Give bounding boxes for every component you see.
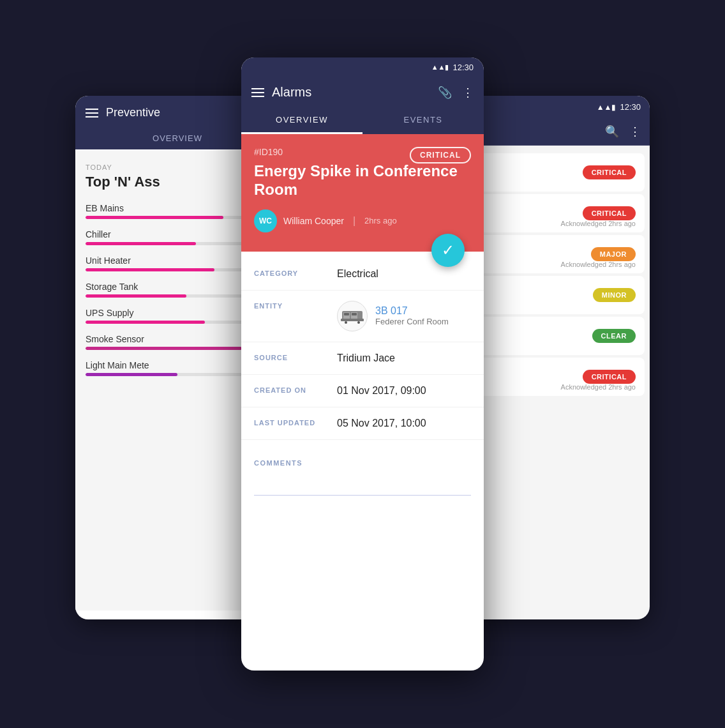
tab-events[interactable]: EVENTS: [362, 107, 484, 134]
created-row: CREATED ON 01 Nov 2017, 09:00: [241, 375, 484, 407]
asset-bar: [86, 321, 205, 324]
asset-bar: [86, 216, 223, 219]
asset-bar: [86, 294, 186, 298]
alarm-badge: CRITICAL: [583, 165, 636, 179]
entity-id: 3B 017: [375, 305, 449, 317]
menu-icon-center[interactable]: [251, 88, 264, 97]
updated-value: 05 Nov 2017, 10:00: [337, 418, 426, 429]
center-phone: ▲▲▮ 12:30 Alarms 📎 ⋮ OVERVIEW EVENTS #ID…: [241, 57, 484, 671]
entity-details: 3B 017 Federer Conf Room: [375, 305, 449, 326]
user-avatar: WC: [254, 209, 277, 232]
entity-row: ENTITY: [241, 291, 484, 342]
svg-rect-4: [352, 313, 357, 315]
svg-point-6: [345, 321, 347, 324]
category-label: CATEGORY: [254, 268, 324, 277]
attach-icon[interactable]: 📎: [438, 86, 452, 100]
category-value: Electrical: [337, 268, 378, 280]
more-icon-right[interactable]: ⋮: [629, 125, 641, 139]
alarm-badge: CRITICAL: [583, 206, 636, 220]
comments-section: COMMENTS: [241, 446, 484, 508]
source-row: SOURCE Tridium Jace: [241, 342, 484, 375]
updated-label: LAST UPDATED: [254, 418, 324, 427]
user-name: William Cooper: [283, 216, 344, 226]
time-ago: 2hrs ago: [364, 216, 397, 225]
app-title-center: Alarms: [272, 85, 311, 100]
more-icon-center[interactable]: ⋮: [462, 86, 474, 100]
alarm-title: Energy Spike in Conference Room: [254, 162, 471, 199]
ack-text: Acknowledged 2hrs ago: [561, 383, 636, 391]
created-value: 01 Nov 2017, 09:00: [337, 385, 426, 397]
svg-point-7: [357, 321, 360, 324]
check-icon: ✓: [442, 241, 454, 259]
severity-badge: CRITICAL: [410, 147, 471, 163]
entity-info: 3B 017 Federer Conf Room: [337, 301, 449, 331]
entity-label: ENTITY: [254, 301, 324, 310]
created-label: CREATED ON: [254, 385, 324, 394]
asset-bar: [86, 347, 242, 350]
alarm-detail-body: CATEGORY Electrical ENTITY: [241, 252, 484, 446]
source-value: Tridium Jace: [337, 353, 395, 364]
alarm-badge: CRITICAL: [583, 370, 636, 384]
alarm-header: #ID190 Energy Spike in Conference Room C…: [241, 134, 484, 252]
time-right: 12:30: [620, 102, 641, 112]
search-icon-right[interactable]: 🔍: [605, 125, 619, 139]
updated-row: LAST UPDATED 05 Nov 2017, 10:00: [241, 407, 484, 440]
asset-bar: [86, 242, 196, 245]
ack-text: Acknowledged 2hrs ago: [561, 220, 636, 227]
acknowledge-fab[interactable]: ✓: [431, 234, 465, 267]
asset-bar: [86, 268, 214, 271]
tab-overview[interactable]: OVERVIEW: [241, 107, 362, 134]
comments-label: COMMENTS: [254, 459, 471, 467]
alarm-badge: CLEAR: [592, 329, 636, 343]
entity-location: Federer Conf Room: [375, 317, 449, 326]
alarm-badge: MAJOR: [591, 247, 636, 261]
menu-icon[interactable]: [86, 109, 98, 118]
svg-rect-5: [341, 319, 364, 321]
source-label: SOURCE: [254, 353, 324, 361]
comments-input[interactable]: [254, 477, 471, 496]
alarm-badge: MINOR: [593, 288, 636, 302]
time-center: 12:30: [452, 63, 474, 72]
signal-icons-right: ▲▲▮: [597, 103, 617, 112]
svg-rect-3: [344, 313, 349, 315]
asset-bar: [86, 373, 177, 376]
signal-icons-center: ▲▲▮: [431, 63, 449, 72]
left-app-title: Preventive: [106, 106, 160, 119]
divider: |: [353, 215, 355, 227]
entity-icon: [337, 301, 368, 331]
ack-text: Acknowledged 2hrs ago: [561, 261, 636, 268]
